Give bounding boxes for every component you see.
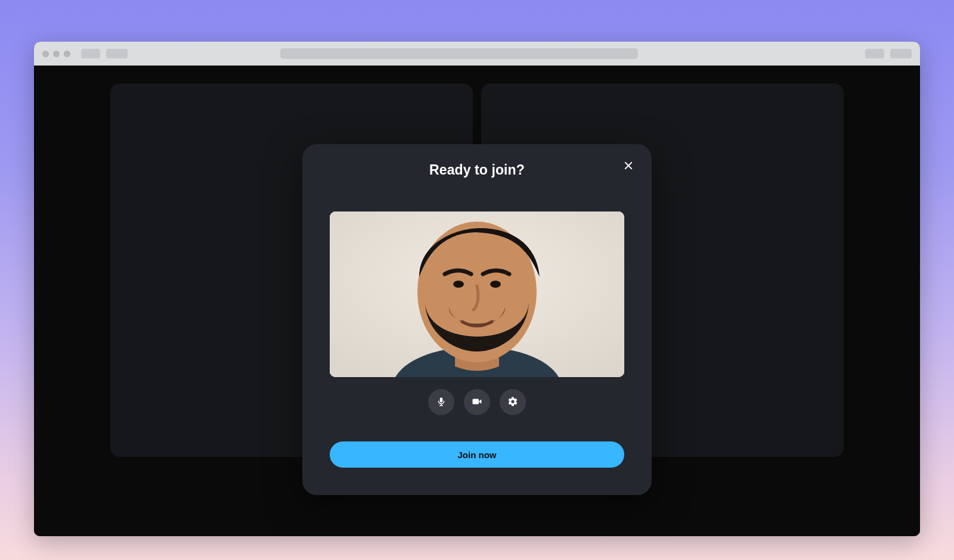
preview-illustration [330,211,624,377]
gear-icon [507,396,518,409]
svg-point-5 [453,281,464,288]
nav-forward-placeholder [106,49,128,58]
browser-chrome [34,42,920,66]
svg-point-6 [490,281,501,288]
toolbar-placeholder-2 [890,49,912,58]
microphone-icon [436,396,447,409]
browser-window: Ready to join? [34,42,920,536]
close-icon [623,160,634,173]
nav-back-placeholder [81,49,100,58]
toggle-mic-button[interactable] [428,389,454,415]
toggle-camera-button[interactable] [464,389,490,415]
modal-title: Ready to join? [330,162,624,178]
window-minimize-dot[interactable] [53,51,60,57]
preview-controls [330,389,624,415]
app-viewport: Ready to join? [34,66,920,536]
traffic-lights [42,51,70,57]
window-close-dot[interactable] [42,51,49,57]
window-zoom-dot[interactable] [64,51,70,57]
join-now-button[interactable]: Join now [330,441,624,468]
join-modal: Ready to join? [302,144,652,495]
camera-preview [330,211,624,377]
address-bar-placeholder[interactable] [280,48,638,59]
toolbar-placeholder-1 [865,49,884,58]
close-button[interactable] [620,157,637,175]
settings-button[interactable] [500,389,526,415]
camera-icon [472,396,482,409]
